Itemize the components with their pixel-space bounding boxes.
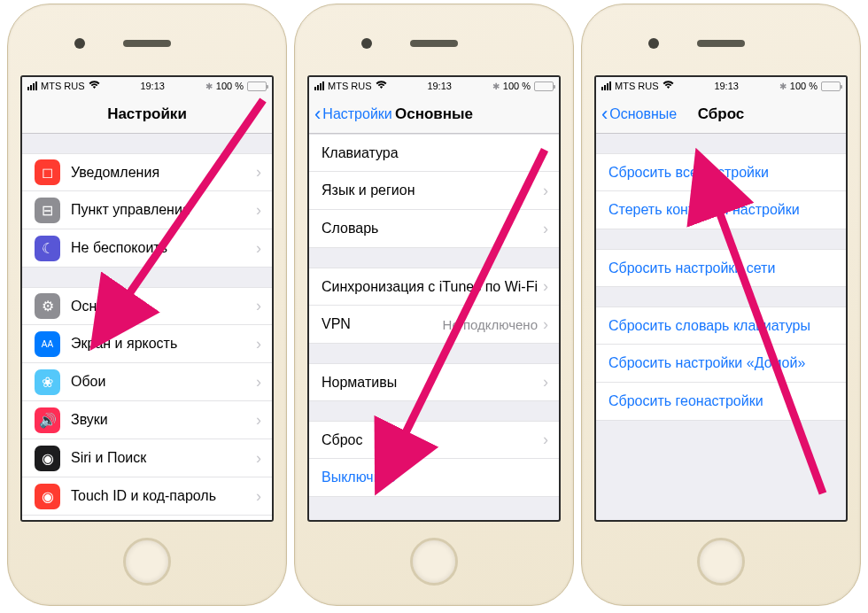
general-list[interactable]: Клавиатура›Язык и регион›Словарь›Синхрон… <box>309 134 559 520</box>
settings-row[interactable]: VPNНе подключено› <box>309 306 559 344</box>
back-button[interactable]: ‹ Настройки <box>314 105 392 124</box>
settings-row[interactable]: Нормативы› <box>309 363 559 401</box>
clock-label: 19:13 <box>714 81 739 91</box>
row-label: Не беспокоить <box>71 240 256 256</box>
settings-row[interactable]: ◉Siri и Поиск› <box>22 439 272 477</box>
touchid-icon: ◉ <box>35 484 60 509</box>
row-label: Основные <box>71 299 256 314</box>
settings-row[interactable]: ⊟Пункт управления› <box>22 191 272 229</box>
chevron-right-icon: › <box>543 431 548 449</box>
settings-row[interactable]: Клавиатура› <box>309 134 559 172</box>
row-label: Выключить <box>322 469 548 485</box>
screen-reset: MTS RUS 19:13 ✱ 100 % ‹ Основные Сброс С… <box>594 75 848 522</box>
nav-header: ‹ Настройки Основные <box>309 95 559 134</box>
settings-row[interactable]: 🔊Звуки› <box>22 401 272 439</box>
chevron-right-icon: › <box>256 163 261 182</box>
row-label: Словарь <box>322 221 543 237</box>
phone-camera <box>648 38 659 49</box>
signal-bars-icon <box>27 81 37 90</box>
chevron-right-icon: › <box>543 277 548 296</box>
chevron-left-icon: ‹ <box>314 105 321 124</box>
settings-row[interactable]: AAЭкран и яркость› <box>22 325 272 363</box>
settings-row[interactable]: Сбросить настройки сети› <box>596 249 846 287</box>
settings-row[interactable]: ◻︎Уведомления› <box>22 153 272 191</box>
row-label: Сброс <box>322 432 543 448</box>
signal-bars-icon <box>601 81 611 90</box>
settings-row[interactable]: ⚙︎Основные› <box>22 287 272 325</box>
row-detail: Не подключено <box>443 317 538 332</box>
settings-row[interactable]: Язык и регион› <box>309 172 559 210</box>
settings-row[interactable]: Стереть контент и настройки› <box>596 191 846 229</box>
phone-speaker <box>410 40 458 47</box>
row-label: Клавиатура <box>322 145 543 161</box>
settings-row[interactable]: ❀Обои› <box>22 363 272 401</box>
siri-icon: ◉ <box>35 446 60 471</box>
signal-bars-icon <box>314 81 324 90</box>
battery-pct: 100 % <box>790 81 818 91</box>
reset-list[interactable]: Сбросить все настройки›Стереть контент и… <box>596 134 846 520</box>
sounds-icon: 🔊 <box>35 407 60 433</box>
chevron-right-icon: › <box>543 144 548 162</box>
settings-row[interactable]: SOSЭкстренный вызов — SOS› <box>22 516 272 520</box>
settings-row[interactable]: ◉Touch ID и код-пароль› <box>22 477 272 516</box>
page-title: Основные <box>395 105 473 123</box>
clock-label: 19:13 <box>427 81 452 91</box>
screen-general: MTS RUS 19:13 ✱ 100 % ‹ Настройки Основн… <box>307 75 561 522</box>
row-label: Сбросить все настройки <box>608 165 835 181</box>
screen-settings: MTS RUS 19:13 ✱ 100 % Настройки ◻︎Уведом… <box>20 75 274 522</box>
phone-camera <box>361 38 372 49</box>
settings-row[interactable]: Сбросить настройки «Домой»› <box>596 345 846 383</box>
chevron-right-icon: › <box>256 449 261 468</box>
settings-row[interactable]: Сбросить все настройки› <box>596 153 846 191</box>
chevron-right-icon: › <box>256 411 261 430</box>
row-label: Нормативы <box>322 375 543 391</box>
settings-row[interactable]: Сбросить геонастройки› <box>596 383 846 421</box>
row-label: Синхронизация с iTunes по Wi-Fi <box>322 279 543 295</box>
wallpaper-icon: ❀ <box>35 369 60 395</box>
row-label: Уведомления <box>71 165 256 181</box>
chevron-right-icon: › <box>256 487 261 506</box>
home-button[interactable] <box>123 538 171 586</box>
settings-row[interactable]: Сброс› <box>309 421 559 459</box>
back-button[interactable]: ‹ Основные <box>601 105 677 124</box>
row-label: Touch ID и код-пароль <box>71 488 256 504</box>
chevron-right-icon: › <box>256 239 261 258</box>
chevron-right-icon: › <box>543 220 548 238</box>
chevron-right-icon: › <box>256 373 261 392</box>
carrier-label: MTS RUS <box>41 81 85 91</box>
settings-row[interactable]: Синхронизация с iTunes по Wi-Fi› <box>309 268 559 306</box>
status-bar: MTS RUS 19:13 ✱ 100 % <box>309 77 559 95</box>
settings-row[interactable]: Сбросить словарь клавиатуры› <box>596 306 846 345</box>
nav-header: Настройки <box>22 95 272 134</box>
phone-speaker <box>697 40 745 47</box>
wifi-icon <box>376 81 387 91</box>
chevron-right-icon: › <box>543 182 548 200</box>
settings-row[interactable]: Словарь› <box>309 210 559 248</box>
control-center-icon: ⊟ <box>35 198 60 223</box>
status-bar: MTS RUS 19:13 ✱ 100 % <box>596 77 846 95</box>
row-label: Звуки <box>71 412 256 428</box>
chevron-right-icon: › <box>543 373 548 392</box>
bluetooth-icon: ✱ <box>779 81 787 91</box>
chevron-right-icon: › <box>256 335 261 353</box>
back-label: Настройки <box>322 106 391 122</box>
settings-list[interactable]: ◻︎Уведомления›⊟Пункт управления›☾Не бесп… <box>22 134 272 520</box>
chevron-right-icon: › <box>256 201 261 220</box>
settings-row[interactable]: Выключить› <box>309 459 559 497</box>
settings-row[interactable]: ☾Не беспокоить› <box>22 229 272 268</box>
battery-pct: 100 % <box>503 81 531 91</box>
page-title: Настройки <box>107 105 187 123</box>
row-label: VPN <box>322 316 443 332</box>
home-button[interactable] <box>410 538 458 586</box>
nav-header: ‹ Основные Сброс <box>596 95 846 134</box>
row-label: Siri и Поиск <box>71 450 256 466</box>
battery-icon <box>534 81 554 91</box>
carrier-label: MTS RUS <box>328 81 372 91</box>
carrier-label: MTS RUS <box>615 81 659 91</box>
row-label: Пункт управления <box>71 202 256 218</box>
row-label: Экран и яркость <box>71 336 256 352</box>
home-button[interactable] <box>697 538 745 586</box>
clock-label: 19:13 <box>140 81 165 91</box>
row-label: Сбросить словарь клавиатуры <box>608 318 835 334</box>
do-not-disturb-icon: ☾ <box>35 236 60 261</box>
